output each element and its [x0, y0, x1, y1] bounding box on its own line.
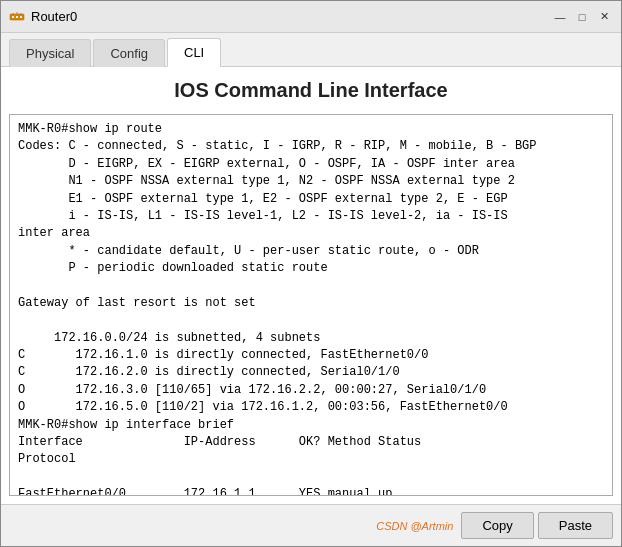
minimize-button[interactable]: — [551, 8, 569, 26]
tab-config[interactable]: Config [93, 39, 165, 67]
svg-rect-1 [12, 16, 14, 18]
title-bar: Router0 — □ ✕ [1, 1, 621, 33]
router-icon [9, 9, 25, 25]
window-title: Router0 [31, 9, 77, 24]
maximize-button[interactable]: □ [573, 8, 591, 26]
cli-output[interactable]: MMK-R0#show ip route Codes: C - connecte… [10, 115, 612, 495]
tab-cli[interactable]: CLI [167, 38, 221, 67]
copy-button[interactable]: Copy [461, 512, 533, 539]
svg-rect-3 [20, 16, 22, 18]
cli-area: MMK-R0#show ip route Codes: C - connecte… [9, 114, 613, 496]
watermark: CSDN @Artmin [376, 520, 453, 532]
main-content: IOS Command Line Interface MMK-R0#show i… [1, 67, 621, 504]
section-title: IOS Command Line Interface [9, 75, 613, 106]
router-window: Router0 — □ ✕ Physical Config CLI IOS Co… [0, 0, 622, 547]
tab-physical[interactable]: Physical [9, 39, 91, 67]
svg-rect-2 [16, 16, 18, 18]
close-button[interactable]: ✕ [595, 8, 613, 26]
title-controls: — □ ✕ [551, 8, 613, 26]
title-bar-left: Router0 [9, 9, 77, 25]
bottom-bar: CSDN @Artmin Copy Paste [1, 504, 621, 546]
paste-button[interactable]: Paste [538, 512, 613, 539]
tab-bar: Physical Config CLI [1, 33, 621, 67]
